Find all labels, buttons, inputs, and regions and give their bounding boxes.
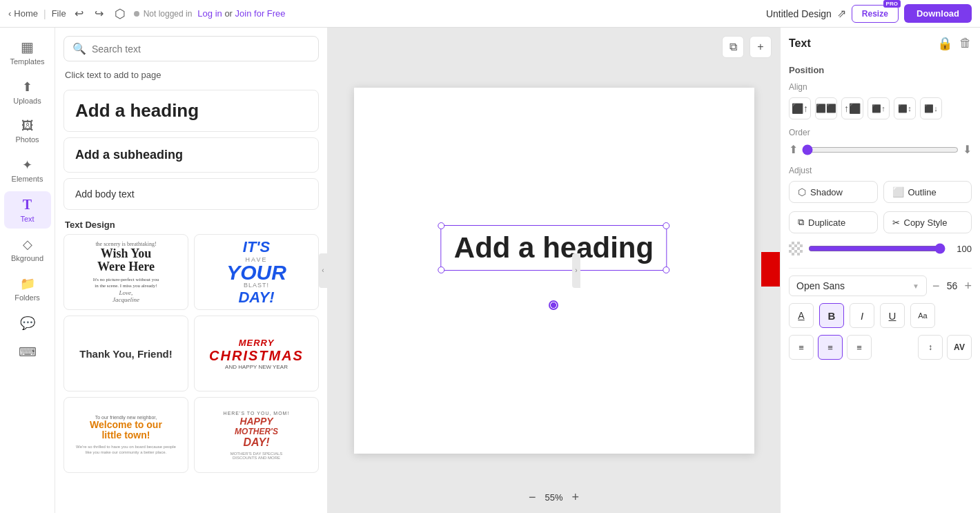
add-page-btn[interactable]: +	[749, 36, 772, 58]
sidebar-item-templates[interactable]: ▦ Templates	[4, 33, 51, 71]
duplicate-button[interactable]: ⧉ Duplicate	[789, 211, 878, 233]
canvas-heading-element[interactable]: Add a heading	[441, 225, 667, 271]
font-size-decrease-btn[interactable]: −	[932, 279, 940, 293]
design-card-thank-you[interactable]: Thank You, Friend!	[63, 316, 188, 391]
right-panel-collapse-bar[interactable]: ›	[572, 253, 580, 288]
sidebar-item-chat[interactable]: 💬	[4, 310, 51, 336]
search-box[interactable]: 🔍	[63, 36, 319, 61]
canvas[interactable]: Add a heading	[354, 88, 754, 454]
background-label: Bkground	[11, 254, 43, 262]
align-right-btn[interactable]: ↑⬛	[841, 97, 863, 119]
title-area: Untitled Design ⇗	[766, 7, 846, 20]
rotate-handle[interactable]	[549, 300, 558, 310]
text-panel: 🔍 Click text to add to page Add a headin…	[55, 28, 328, 513]
copy-style-icon: ✂	[892, 217, 900, 228]
bold-icon: B	[828, 310, 836, 322]
auth-links: Log in or Join for Free	[197, 8, 285, 19]
zoom-in-button[interactable]: +	[572, 490, 580, 505]
home-label: Home	[14, 8, 38, 19]
align-row: ⬛↑ ⬛⬛ ↑⬛ ⬛↑ ⬛↕ ⬛↓	[789, 97, 972, 119]
design-card-merry-christmas[interactable]: MERRY CHRISTMAS AND HAPPY NEW YEAR	[194, 316, 319, 391]
font-selector[interactable]: Open Sans ▼	[789, 275, 927, 296]
text-align-right-btn[interactable]: ≡	[847, 335, 872, 360]
resize-handle-tl[interactable]	[438, 222, 445, 229]
ta-spacer	[876, 335, 914, 360]
document-title[interactable]: Untitled Design	[766, 8, 832, 19]
resize-button[interactable]: Resize PRO	[852, 5, 899, 23]
heading-element-wrapper[interactable]: Add a heading	[441, 248, 667, 293]
design-card-wish[interactable]: the scenery is breathtaking! Wish YouWer…	[63, 234, 188, 310]
design-card-mothers-day[interactable]: HERE'S TO YOU, MOM! HAPPY MOTHER'S DAY! …	[194, 397, 319, 473]
align-center-v-btn[interactable]: ⬛⬛	[815, 97, 837, 119]
outline-button[interactable]: ⬜ Outline	[883, 181, 972, 203]
home-button[interactable]: ‹ Home	[8, 8, 38, 19]
uploads-icon: ⬆	[22, 79, 32, 95]
trash-icon[interactable]: 🗑	[959, 36, 972, 51]
align-sub-title: Align	[789, 82, 972, 92]
font-size-increase-btn[interactable]: +	[964, 279, 972, 293]
font-dropdown-icon: ▼	[912, 282, 919, 290]
sidebar-item-folders[interactable]: 📁 Folders	[4, 271, 51, 307]
shadow-icon: ⬡	[798, 186, 806, 197]
file-menu[interactable]: File	[52, 8, 66, 19]
search-icon: 🔍	[72, 42, 86, 55]
text-align-left-btn[interactable]: ≡	[789, 335, 814, 360]
sidebar-item-photos[interactable]: 🖼 Photos	[4, 113, 51, 149]
italic-btn[interactable]: I	[850, 303, 874, 328]
align-left-btn[interactable]: ⬛↑	[789, 97, 811, 119]
share-button[interactable]: ⇗	[837, 7, 846, 20]
underline-a-btn[interactable]: A	[789, 303, 814, 328]
text-align-center-btn[interactable]: ≡	[818, 335, 843, 360]
search-input[interactable]	[92, 43, 310, 55]
order-slider[interactable]	[802, 144, 959, 155]
redo-button[interactable]: ↪	[92, 6, 106, 21]
add-subheading-option[interactable]: Add a subheading	[63, 137, 319, 173]
text-label: Text	[20, 215, 34, 223]
lock-icon[interactable]: 🔒	[937, 36, 952, 51]
card-wish-content: the scenery is breathtaking! Wish YouWer…	[88, 235, 164, 309]
align-bottom-btn[interactable]: ⬛↓	[920, 97, 942, 119]
resize-handle-bl[interactable]	[438, 267, 445, 273]
line-spacing-btn[interactable]: ↕	[918, 335, 943, 360]
underline-btn[interactable]: U	[880, 303, 905, 328]
card-its-content: IT'S HAVE YOUR BLAST! DAY!	[221, 234, 292, 310]
add-body-option[interactable]: Add body text	[63, 178, 319, 210]
opacity-row: 100	[789, 242, 972, 255]
sidebar-item-background[interactable]: ◇ Bkground	[4, 231, 51, 268]
sidebar: ▦ Templates ⬆ Uploads 🖼 Photos ✦ Element…	[0, 28, 55, 513]
topbar-left: ‹ Home | File ↩ ↪ ⬡ Not logged in Log in…	[8, 5, 286, 23]
login-status: Not logged in	[134, 9, 193, 19]
login-link[interactable]: Log in	[197, 8, 222, 19]
opacity-slider[interactable]	[808, 243, 945, 254]
zoom-out-button[interactable]: −	[529, 490, 536, 505]
sidebar-item-text[interactable]: T Text	[4, 191, 51, 229]
av-btn[interactable]: AV	[947, 335, 972, 360]
canvas-area: ⧉ + Add a heading	[328, 28, 780, 513]
download-button[interactable]: Download	[904, 4, 972, 23]
sidebar-item-keyboard[interactable]: ⌨	[4, 339, 51, 365]
sidebar-item-uploads[interactable]: ⬆ Uploads	[4, 74, 51, 110]
right-panel-icons: 🔒 🗑	[937, 36, 972, 51]
design-card-its-your-day[interactable]: IT'S HAVE YOUR BLAST! DAY!	[194, 234, 319, 310]
section-title: Text Design	[55, 213, 327, 234]
copy-style-button[interactable]: ✂ Copy Style	[883, 211, 972, 233]
shadow-button[interactable]: ⬡ Shadow	[789, 181, 878, 203]
resize-handle-br[interactable]	[663, 267, 669, 273]
align-middle-btn[interactable]: ⬛↕	[894, 97, 916, 119]
duplicate-canvas-btn[interactable]: ⧉	[722, 36, 744, 58]
case-btn[interactable]: Aa	[910, 303, 935, 328]
panel-collapse-bar[interactable]: ‹	[319, 253, 327, 288]
card-merry-content: MERRY CHRISTMAS AND HAPPY NEW YEAR	[205, 333, 308, 374]
bold-btn[interactable]: B	[819, 303, 844, 328]
text-design-grid: the scenery is breathtaking! Wish YouWer…	[55, 234, 327, 481]
design-card-welcome[interactable]: To our friendly new neighbor, Welcome to…	[63, 397, 188, 473]
undo-button[interactable]: ↩	[72, 6, 86, 21]
keyboard-icon: ⌨	[19, 345, 37, 360]
save-button[interactable]: ⬡	[112, 5, 128, 23]
add-heading-option[interactable]: Add a heading	[63, 90, 319, 132]
card-mothers-content: HERE'S TO YOU, MOM! HAPPY MOTHER'S DAY! …	[218, 405, 295, 465]
align-top-btn[interactable]: ⬛↑	[868, 97, 890, 119]
resize-handle-tr[interactable]	[663, 222, 669, 229]
join-link[interactable]: Join for Free	[235, 8, 286, 19]
sidebar-item-elements[interactable]: ✦ Elements	[4, 152, 51, 188]
